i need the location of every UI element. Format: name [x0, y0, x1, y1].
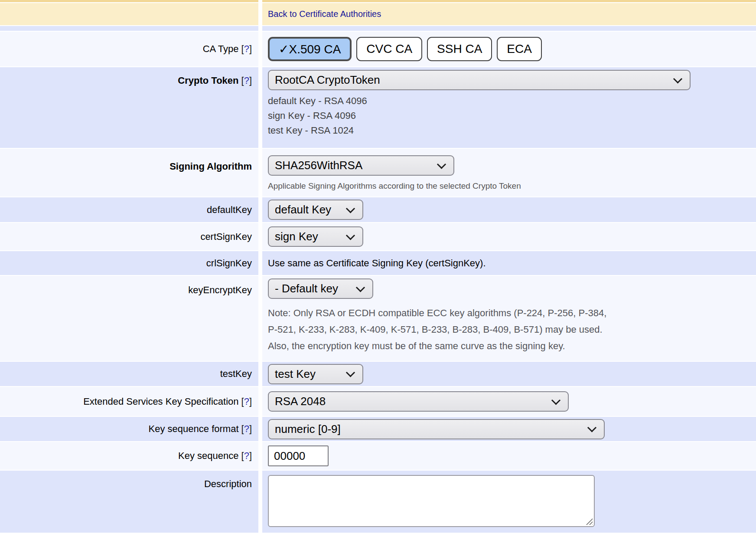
- crypto-token-help-link[interactable]: [?]: [241, 75, 252, 86]
- chevron-down-icon: [356, 283, 365, 292]
- chevron-down-icon: [587, 423, 596, 432]
- row-ca-type: CA Type [?] ✓X.509 CA CVC CA SSH CA ECA: [0, 32, 756, 66]
- ca-type-help-link[interactable]: [?]: [241, 43, 252, 55]
- default-key-select-value: default Key: [275, 203, 331, 216]
- cert-sign-key-label: certSignKey: [200, 231, 252, 242]
- key-sequence-format-select[interactable]: numeric [0-9]: [268, 419, 605, 439]
- note-line: Also, the encryption key must be of the …: [268, 338, 756, 354]
- test-key-select-value: test Key: [275, 367, 316, 381]
- note-line: P-521, K-233, K-283, K-409, K-571, B-233…: [268, 321, 756, 338]
- cert-sign-key-select[interactable]: sign Key: [268, 226, 363, 247]
- key-sequence-label: Key sequence: [178, 450, 238, 462]
- chevron-down-icon: [346, 368, 355, 377]
- row-default-key: defaultKey default Key: [0, 197, 756, 222]
- test-key-label: testKey: [220, 368, 252, 380]
- extended-services-key-spec-help-link[interactable]: [?]: [241, 396, 252, 407]
- crl-sign-key-text: Use same as Certificate Signing Key (cer…: [268, 258, 486, 269]
- key-sequence-help-link[interactable]: [?]: [241, 450, 252, 462]
- ca-type-x509-button[interactable]: ✓X.509 CA: [268, 37, 352, 61]
- signing-algorithm-note: Applicable Signing Algorithms according …: [268, 181, 756, 191]
- back-to-certificate-authorities-link[interactable]: Back to Certificate Authorities: [268, 9, 381, 19]
- description-label: Description: [204, 478, 252, 490]
- key-encrypt-key-label: keyEncryptKey: [188, 285, 252, 296]
- test-key-select[interactable]: test Key: [268, 364, 363, 384]
- extended-services-key-spec-select-value: RSA 2048: [275, 395, 326, 408]
- description-textarea[interactable]: [268, 475, 595, 527]
- ca-type-button-group: ✓X.509 CA CVC CA SSH CA ECA: [268, 37, 542, 61]
- crypto-token-available-keys: default Key - RSA 4096 sign Key - RSA 40…: [268, 94, 756, 138]
- row-signing-algorithm: Signing Algorithm SHA256WithRSA Applicab…: [0, 149, 756, 196]
- key-info-line: default Key - RSA 4096: [268, 94, 756, 108]
- signing-algorithm-label: Signing Algorithm: [169, 161, 252, 172]
- chevron-down-icon: [551, 396, 560, 405]
- crypto-token-select-value: RootCA CryptoToken: [275, 73, 380, 87]
- signing-algorithm-select-value: SHA256WithRSA: [275, 159, 362, 172]
- key-encrypt-key-select[interactable]: - Default key: [268, 278, 373, 299]
- chevron-down-icon: [346, 204, 355, 213]
- key-info-line: sign Key - RSA 4096: [268, 108, 756, 123]
- key-sequence-format-label: Key sequence format: [149, 423, 239, 435]
- spacer-row: [0, 26, 756, 31]
- row-cert-sign-key: certSignKey sign Key: [0, 223, 756, 250]
- row-extended-services-key-spec: Extended Services Key Specification [?] …: [0, 387, 756, 416]
- note-line: Note: Only RSA or ECDH compatible ECC ke…: [268, 305, 756, 321]
- chevron-down-icon: [346, 231, 355, 240]
- ca-type-eca-button[interactable]: ECA: [497, 37, 542, 61]
- row-crypto-token: Crypto Token [?] RootCA CryptoToken defa…: [0, 67, 756, 148]
- key-info-line: test Key - RSA 1024: [268, 123, 756, 138]
- key-sequence-input[interactable]: [268, 445, 329, 466]
- extended-services-key-spec-label: Extended Services Key Specification: [83, 396, 238, 407]
- edit-ca-form: Back to Certificate Authorities CA Type …: [0, 0, 756, 533]
- crypto-token-label: Crypto Token: [178, 75, 238, 86]
- table-top-border: [0, 0, 756, 2]
- crl-sign-key-label: crlSignKey: [206, 258, 252, 269]
- key-encrypt-key-select-value: - Default key: [275, 282, 338, 295]
- key-sequence-format-help-link[interactable]: [?]: [241, 423, 252, 435]
- key-encrypt-key-note: Note: Only RSA or ECDH compatible ECC ke…: [268, 305, 756, 354]
- default-key-label: defaultKey: [207, 204, 252, 216]
- default-key-select[interactable]: default Key: [268, 200, 363, 220]
- chevron-down-icon: [673, 74, 682, 83]
- chevron-down-icon: [437, 160, 446, 169]
- description-textarea-wrap: [268, 475, 595, 527]
- header-row: Back to Certificate Authorities: [0, 3, 756, 25]
- row-key-encrypt-key: keyEncryptKey - Default key Note: Only R…: [0, 276, 756, 361]
- cert-sign-key-select-value: sign Key: [275, 230, 318, 243]
- ca-type-label: CA Type: [203, 43, 239, 55]
- row-key-sequence: Key sequence [?]: [0, 442, 756, 470]
- ca-type-ssh-button[interactable]: SSH CA: [427, 37, 492, 61]
- row-test-key: testKey test Key: [0, 362, 756, 386]
- key-sequence-format-select-value: numeric [0-9]: [275, 422, 341, 436]
- row-key-sequence-format: Key sequence format [?] numeric [0-9]: [0, 417, 756, 441]
- ca-type-cvc-button[interactable]: CVC CA: [356, 37, 422, 61]
- crypto-token-select[interactable]: RootCA CryptoToken: [268, 70, 691, 90]
- extended-services-key-spec-select[interactable]: RSA 2048: [268, 391, 569, 412]
- signing-algorithm-select[interactable]: SHA256WithRSA: [268, 155, 454, 176]
- row-crl-sign-key: crlSignKey Use same as Certificate Signi…: [0, 251, 756, 275]
- row-description: Description: [0, 471, 756, 533]
